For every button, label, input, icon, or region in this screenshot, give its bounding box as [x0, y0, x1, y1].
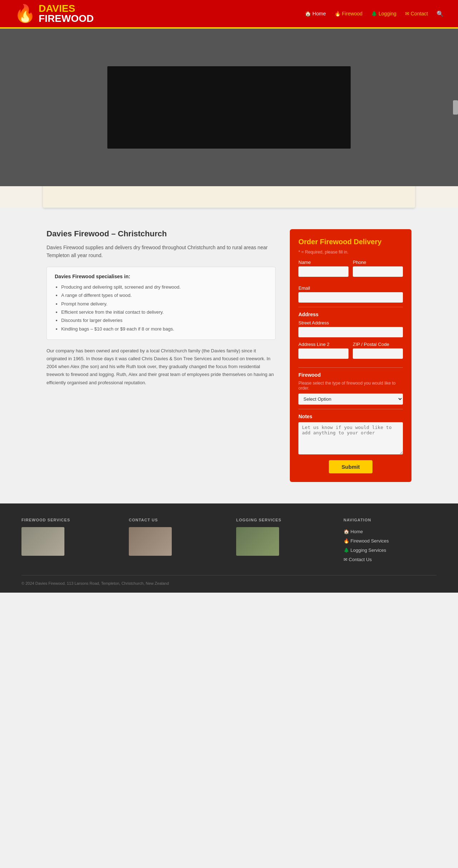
- submit-button[interactable]: Submit: [329, 460, 373, 473]
- footer-nav-contact[interactable]: ✉ Contact Us: [344, 555, 437, 564]
- name-input[interactable]: [298, 266, 349, 277]
- logo-text: DAVIES FIREWOOD: [39, 4, 94, 24]
- name-label: Name: [298, 260, 349, 265]
- footer-top: FIREWOOD SERVICES CONTACT US LOGGING SER…: [21, 518, 437, 564]
- zip-label: ZIP / Postal Code: [353, 342, 403, 347]
- list-item: Efficient service from the initial conta…: [61, 308, 267, 316]
- logging-image: [236, 527, 279, 556]
- intro-text: Davies Firewood supplies and delivers dr…: [47, 243, 276, 260]
- firewood-note: Please select the type of firewood you w…: [298, 381, 403, 391]
- search-icon[interactable]: 🔍: [437, 10, 444, 17]
- footer-nav-logging[interactable]: 🌲 Logging Services: [344, 546, 437, 555]
- form-title: Order Firewood Delivery: [298, 238, 403, 246]
- email-label: Email: [298, 285, 403, 291]
- name-group: Name: [298, 260, 349, 277]
- footer-contact: CONTACT US: [129, 518, 222, 564]
- firewood-images: [21, 527, 114, 556]
- footer-contact-heading: CONTACT US: [129, 518, 222, 522]
- main-content: Davies Firewood – Christchurch Davies Fi…: [32, 229, 426, 503]
- phone-group: Phone: [353, 260, 403, 277]
- logo-flame-icon: 🔥: [14, 4, 36, 24]
- name-phone-row: Name Phone: [298, 260, 403, 281]
- address-line2-input[interactable]: [298, 348, 349, 359]
- address-line2-group: Address Line 2: [298, 342, 349, 359]
- required-note: * = Required, please fill in.: [298, 250, 403, 255]
- firewood-select[interactable]: Select Option Half Load Full Load Kindli…: [298, 394, 403, 405]
- list-item: Discounts for larger deliveries: [61, 316, 267, 324]
- logo: 🔥 DAVIES FIREWOOD: [14, 4, 94, 24]
- address-line2-label: Address Line 2: [298, 342, 349, 347]
- footer-nav: NAVIGATION 🏠 Home 🔥 Firewood Services 🌲 …: [344, 518, 437, 564]
- email-input[interactable]: [298, 292, 403, 303]
- nav-contact[interactable]: ✉ Contact: [405, 11, 428, 16]
- firewood-section-label: Firewood: [298, 367, 403, 378]
- order-form: Order Firewood Delivery * = Required, pl…: [290, 229, 411, 482]
- nav-logging[interactable]: 🌲 Logging: [371, 11, 396, 16]
- banner-strip: [43, 183, 415, 208]
- scrollbar[interactable]: [453, 100, 458, 115]
- firewood-image-1: [21, 527, 64, 556]
- left-column: Davies Firewood – Christchurch Davies Fi…: [47, 229, 276, 387]
- hero-video: [107, 66, 351, 149]
- list-item: Kindling bags – $10 each or $9 each if 8…: [61, 325, 267, 333]
- email-group: Email: [298, 285, 403, 303]
- phone-label: Phone: [353, 260, 403, 265]
- footer-nav-firewood[interactable]: 🔥 Firewood Services: [344, 536, 437, 546]
- street-label: Street Address: [298, 320, 403, 326]
- main-nav: 🏠 Home 🔥 Firewood 🌲 Logging ✉ Contact 🔍: [305, 10, 444, 17]
- nav-firewood[interactable]: 🔥 Firewood: [335, 11, 362, 16]
- hero-section: [0, 29, 458, 186]
- footer-logging: LOGGING SERVICES: [236, 518, 329, 564]
- list-item: Producing and delivering split, screened…: [61, 283, 267, 291]
- street-group: Street Address: [298, 320, 403, 337]
- street-input[interactable]: [298, 327, 403, 337]
- contact-image: [129, 527, 172, 556]
- notes-group: [298, 422, 403, 454]
- site-header: 🔥 DAVIES FIREWOOD 🏠 Home 🔥 Firewood 🌲 Lo…: [0, 0, 458, 29]
- nav-home[interactable]: 🏠 Home: [305, 11, 326, 16]
- zip-group: ZIP / Postal Code: [353, 342, 403, 359]
- history-text: Our company has been owned and operated …: [47, 347, 276, 386]
- site-footer: FIREWOOD SERVICES CONTACT US LOGGING SER…: [0, 503, 458, 593]
- phone-input[interactable]: [353, 266, 403, 277]
- address-section-label: Address: [298, 307, 403, 317]
- specialises-heading: Davies Firewood specialises in:: [55, 274, 267, 279]
- specialises-list: Producing and delivering split, screened…: [55, 283, 267, 333]
- footer-firewood-heading: FIREWOOD SERVICES: [21, 518, 114, 522]
- footer-nav-heading: NAVIGATION: [344, 518, 437, 522]
- footer-nav-home[interactable]: 🏠 Home: [344, 527, 437, 536]
- zip-input[interactable]: [353, 348, 403, 359]
- address-row2: Address Line 2 ZIP / Postal Code: [298, 342, 403, 363]
- list-item: Prompt home delivery.: [61, 300, 267, 308]
- notes-section-label: Notes: [298, 409, 403, 419]
- page-heading: Davies Firewood – Christchurch: [47, 229, 276, 238]
- list-item: A range of different types of wood.: [61, 291, 267, 299]
- footer-firewood: FIREWOOD SERVICES: [21, 518, 114, 564]
- footer-logging-heading: LOGGING SERVICES: [236, 518, 329, 522]
- firewood-select-group: Select Option Half Load Full Load Kindli…: [298, 394, 403, 405]
- specialises-box: Davies Firewood specialises in: Producin…: [47, 267, 276, 340]
- notes-textarea[interactable]: [298, 422, 403, 454]
- footer-copyright: © 2024 Davies Firewood. 113 Larsons Road…: [21, 575, 437, 585]
